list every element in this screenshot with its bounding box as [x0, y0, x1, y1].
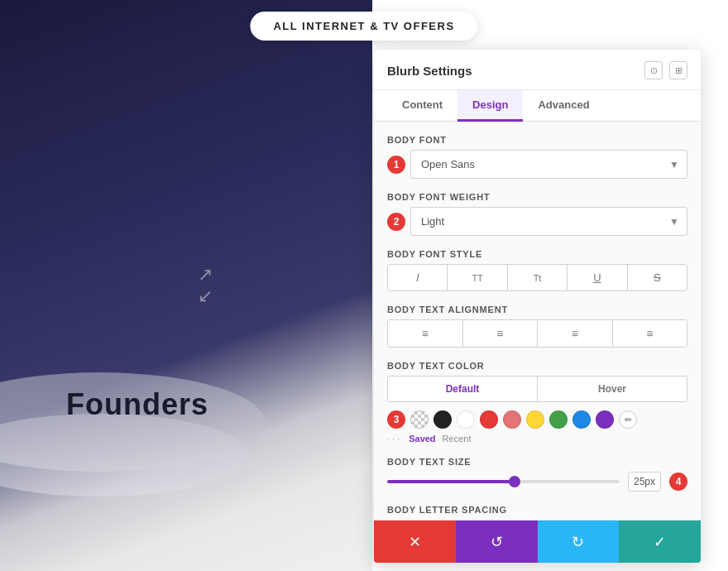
- panel-header: Blurb Settings ⊙ ⊞: [374, 50, 701, 90]
- italic-btn[interactable]: I: [388, 265, 448, 290]
- body-text-color-label: Body Text Color: [387, 361, 687, 371]
- align-right-btn[interactable]: ≡: [538, 320, 613, 347]
- swatch-white[interactable]: [457, 410, 475, 429]
- body-text-alignment-label: Body Text Alignment: [387, 305, 687, 314]
- body-font-style-label: Body Font Style: [387, 249, 687, 259]
- color-saved-row: ··· Saved Recent: [387, 434, 687, 444]
- recent-label: Recent: [443, 434, 472, 444]
- body-font-group: Body Font 1 Open Sans ▼: [387, 135, 687, 179]
- body-text-size-group: Body Text Size 25px 4: [387, 457, 687, 492]
- font-style-buttons: I TT Tt U S: [387, 264, 687, 291]
- panel-body: Body Font 1 Open Sans ▼ Body Font Weight…: [374, 122, 701, 520]
- body-text-size-badge: 4: [669, 473, 687, 491]
- swatch-transparent[interactable]: [410, 410, 429, 429]
- background-area: Founders ↗↙: [0, 0, 372, 571]
- redo-button[interactable]: ↻: [538, 521, 620, 563]
- saved-link[interactable]: Saved: [409, 434, 435, 444]
- align-left-btn[interactable]: ≡: [388, 320, 463, 347]
- tab-design[interactable]: Design: [457, 90, 523, 122]
- align-center-btn[interactable]: ≡: [463, 320, 539, 347]
- tab-content[interactable]: Content: [387, 90, 457, 122]
- body-text-size-value: 25px: [628, 472, 661, 492]
- body-font-style-group: Body Font Style I TT Tt U S: [387, 249, 687, 291]
- body-letter-spacing-label: Body Letter Spacing: [387, 505, 687, 515]
- body-letter-spacing-group: Body Letter Spacing -2px 5: [387, 505, 687, 520]
- swatch-purple[interactable]: [596, 410, 614, 429]
- body-font-weight-select[interactable]: Light: [410, 207, 687, 236]
- body-font-select[interactable]: Open Sans: [410, 150, 687, 179]
- blurb-settings-panel: Blurb Settings ⊙ ⊞ Content Design Advanc…: [374, 50, 701, 563]
- body-font-label: Body Font: [387, 135, 687, 145]
- body-font-weight-badge: 2: [387, 213, 405, 231]
- underline-btn[interactable]: U: [568, 265, 627, 290]
- panel-footer: ✕ ↺ ↻ ✓: [374, 520, 701, 563]
- top-banner[interactable]: ALL INTERNET & TV OFFERS: [250, 12, 477, 41]
- body-font-badge: 1: [387, 156, 405, 174]
- align-justify-btn[interactable]: ≡: [613, 320, 687, 347]
- panel-header-icons: ⊙ ⊞: [644, 61, 687, 89]
- panel-title: Blurb Settings: [387, 64, 472, 88]
- strikethrough-btn[interactable]: S: [628, 265, 687, 290]
- dots: ···: [387, 434, 402, 444]
- swatch-red[interactable]: [480, 410, 498, 429]
- panel-tabs: Content Design Advanced: [374, 90, 701, 122]
- settings-icon[interactable]: ⊙: [644, 61, 663, 79]
- swatch-green[interactable]: [549, 410, 568, 429]
- body-text-size-slider[interactable]: [387, 480, 620, 483]
- color-tab-hover[interactable]: Hover: [538, 377, 687, 401]
- tab-advanced[interactable]: Advanced: [523, 90, 604, 122]
- swatch-black[interactable]: [433, 410, 452, 429]
- save-button[interactable]: ✓: [619, 521, 701, 563]
- body-font-weight-group: Body Font Weight 2 Light ▼: [387, 192, 687, 236]
- swatch-light-red[interactable]: [503, 410, 521, 429]
- swatch-blue[interactable]: [572, 410, 591, 429]
- expand-icon: ↗↙: [198, 264, 213, 307]
- uppercase-btn[interactable]: TT: [448, 265, 507, 290]
- capitalize-btn[interactable]: Tt: [508, 265, 568, 290]
- body-text-alignment-group: Body Text Alignment ≡ ≡ ≡ ≡: [387, 305, 687, 348]
- alignment-buttons: ≡ ≡ ≡ ≡: [387, 319, 687, 348]
- body-text-size-row: 25px 4: [387, 472, 687, 492]
- color-tabs: Default Hover: [387, 376, 687, 402]
- body-text-color-group: Body Text Color Default Hover 3 ✏: [387, 361, 687, 444]
- swatch-custom[interactable]: ✏: [619, 410, 637, 429]
- color-tab-default[interactable]: Default: [388, 377, 538, 401]
- body-font-weight-label: Body Font Weight: [387, 192, 687, 202]
- swatch-yellow[interactable]: [526, 410, 544, 429]
- body-text-size-label: Body Text Size: [387, 457, 687, 467]
- color-swatches: ✏: [410, 410, 687, 429]
- undo-button[interactable]: ↺: [456, 521, 538, 563]
- layout-icon[interactable]: ⊞: [669, 61, 687, 79]
- body-text-color-badge: 3: [387, 410, 405, 429]
- cancel-button[interactable]: ✕: [374, 521, 456, 563]
- founders-text: Founders: [66, 387, 208, 422]
